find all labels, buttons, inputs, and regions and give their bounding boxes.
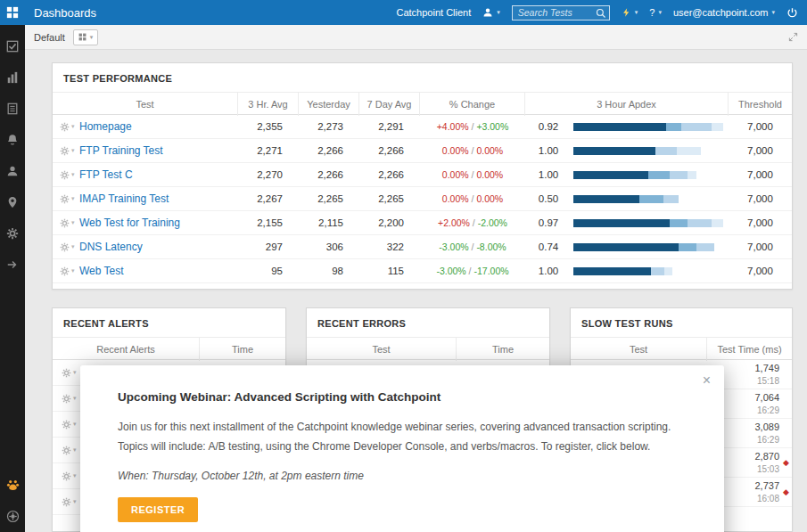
test-row: ▾Training DNS Test86100101+4.00% / +15.0… xyxy=(53,283,792,290)
apdex-bar-segment xyxy=(696,243,714,251)
register-button[interactable]: REGISTER xyxy=(118,497,198,522)
row-settings-button[interactable]: ▾ xyxy=(62,394,77,404)
yesterday-value: 2,266 xyxy=(299,145,359,156)
sidebar-item-support[interactable] xyxy=(0,472,25,497)
gear-icon xyxy=(60,266,70,276)
gear-icon xyxy=(60,218,70,228)
sidebar-item-users[interactable] xyxy=(0,159,25,184)
avg-7day-value: 2,265 xyxy=(359,193,420,204)
avg-3hr-value: 2,270 xyxy=(238,169,299,180)
pct-change-value: +2.00% / -2.00% xyxy=(420,217,525,228)
test-row: ▾Web Test9598115-3.00% / -17.00%1.007,00… xyxy=(53,259,792,283)
avg-7day-value: 2,291 xyxy=(359,121,420,132)
row-settings-button[interactable]: ▾ xyxy=(62,368,77,378)
logout-button[interactable] xyxy=(786,7,798,19)
column-header: 3 Hr. Avg xyxy=(238,93,299,116)
test-link[interactable]: DNS Latency xyxy=(79,241,143,253)
sidebar-expand-button[interactable] xyxy=(0,252,25,277)
sidebar xyxy=(0,0,25,532)
test-performance-rows: ▾Homepage2,3552,2732,291+4.00% / +3.00%0… xyxy=(53,115,792,290)
pct-change-value: 0.00% / 0.00% xyxy=(420,145,525,156)
row-settings-button[interactable]: ▾ xyxy=(62,471,77,481)
quick-actions-menu[interactable]: ▾ xyxy=(622,7,638,18)
row-settings-button[interactable]: ▾ xyxy=(53,242,79,252)
test-link[interactable]: Web Test xyxy=(79,265,124,277)
sidebar-item-nodes[interactable] xyxy=(0,190,25,215)
account-menu[interactable]: user@catchpoint.com ▾ xyxy=(673,7,775,18)
sidebar-item-tests[interactable] xyxy=(0,34,25,59)
gear-icon xyxy=(6,227,19,240)
apdex-bar-segment xyxy=(573,267,651,275)
pct-change-value: -3.00% / -17.00% xyxy=(420,266,525,276)
widget-title: SLOW TEST RUNS xyxy=(571,308,792,337)
user-menu-button[interactable]: ▾ xyxy=(482,7,500,18)
row-settings-button[interactable]: ▾ xyxy=(62,446,77,455)
test-row: ▾FTP Test C2,2702,2662,2660.00% / 0.00%1… xyxy=(53,163,792,187)
expand-icon xyxy=(788,32,798,42)
apdex-bar-segment xyxy=(688,171,696,179)
test-link[interactable]: Training DNS Test xyxy=(79,289,166,290)
row-settings-button[interactable]: ▾ xyxy=(53,122,79,132)
row-settings-button[interactable]: ▾ xyxy=(53,266,79,276)
apdex-bar-segment xyxy=(651,267,664,275)
row-settings-button[interactable]: ▾ xyxy=(62,420,77,430)
test-link[interactable]: FTP Test C xyxy=(79,168,133,181)
chevron-down-icon: ▾ xyxy=(71,219,75,226)
avg-3hr-value: 95 xyxy=(238,266,299,276)
test-link[interactable]: FTP Training Test xyxy=(79,144,163,157)
sidebar-item-dashboards[interactable] xyxy=(0,0,25,25)
avg-7day-value: 115 xyxy=(359,266,420,276)
apdex-bar-segment xyxy=(681,123,712,131)
dashboard-selector-button[interactable]: ▾ xyxy=(73,29,99,45)
apdex-score: 0.97 xyxy=(525,217,572,228)
client-selector[interactable]: Catchpoint Client xyxy=(396,7,471,18)
close-icon[interactable]: × xyxy=(703,373,711,388)
user-email: user@catchpoint.com xyxy=(673,7,769,18)
threshold-value: 7,000 xyxy=(729,266,792,276)
test-time-value: 7,064 xyxy=(754,392,779,403)
sidebar-item-reports[interactable] xyxy=(0,96,25,121)
analytics-icon xyxy=(6,71,19,84)
alert-diamond-icon: ◆ xyxy=(783,487,789,496)
sidebar-item-analytics[interactable] xyxy=(0,65,25,90)
help-label: ? xyxy=(649,7,655,18)
test-link[interactable]: IMAP Training Test xyxy=(79,192,169,205)
row-settings-button[interactable]: ▾ xyxy=(53,194,79,204)
arrow-right-icon xyxy=(6,258,19,271)
apdex-bar xyxy=(573,171,723,179)
fullscreen-button[interactable] xyxy=(788,32,798,42)
column-header: Recent Alerts xyxy=(53,338,200,361)
row-settings-button[interactable]: ▾ xyxy=(53,170,79,180)
apdex-bar-segment xyxy=(666,123,681,131)
sidebar-item-admin[interactable] xyxy=(0,503,25,528)
test-link[interactable]: Homepage xyxy=(79,120,132,133)
apdex-bar-segment xyxy=(663,195,679,203)
sidebar-item-alerts[interactable] xyxy=(0,127,25,152)
row-settings-button[interactable]: ▾ xyxy=(62,497,77,507)
dashboards-icon xyxy=(6,6,19,19)
page-title: Dashboards xyxy=(34,6,96,20)
chevron-down-icon: ▾ xyxy=(73,472,77,479)
column-header: Yesterday xyxy=(299,93,359,116)
test-time-value: 1,749 xyxy=(754,363,779,373)
help-menu[interactable]: ? ▾ xyxy=(649,7,662,18)
sidebar-item-settings[interactable] xyxy=(0,221,25,246)
apdex-bar-segment xyxy=(573,147,655,155)
apdex-score: 1.00 xyxy=(525,266,572,276)
column-header: Test xyxy=(571,338,707,361)
apdex-bar-segment xyxy=(712,219,723,227)
row-settings-button[interactable]: ▾ xyxy=(53,218,79,228)
test-link[interactable]: Web Test for Training xyxy=(79,217,180,229)
gear-icon xyxy=(62,368,71,378)
modal-when-text: When: Thursday, October 12th, at 2pm eas… xyxy=(118,470,687,482)
user-icon xyxy=(6,165,19,177)
gear-icon xyxy=(62,446,71,455)
test-performance-widget: TEST PERFORMANCE Test 3 Hr. Avg Yesterda… xyxy=(52,62,793,290)
tests-icon xyxy=(6,40,19,53)
row-settings-button[interactable]: ▾ xyxy=(53,146,79,156)
chevron-down-icon: ▾ xyxy=(771,9,775,16)
table-header: Test Time xyxy=(307,337,549,360)
gear-circle-icon xyxy=(6,510,20,523)
search-icon[interactable] xyxy=(596,8,606,19)
modal-title: Upcoming Webinar: Advanced Scripting wit… xyxy=(118,390,687,404)
